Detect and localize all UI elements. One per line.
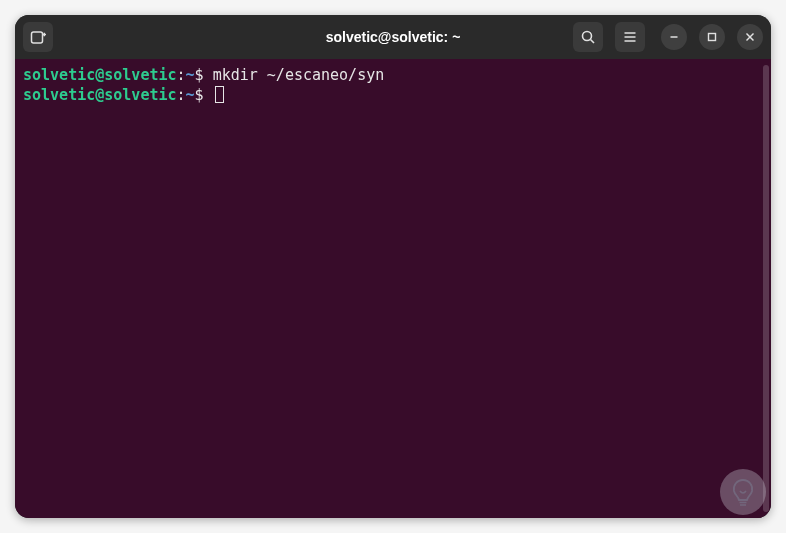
- prompt-user-host: solvetic@solvetic: [23, 66, 177, 84]
- prompt-colon: :: [177, 66, 186, 84]
- search-icon: [580, 29, 596, 45]
- terminal-line: solvetic@solvetic:~$ mkdir ~/escaneo/syn: [23, 65, 763, 85]
- svg-rect-0: [31, 32, 42, 43]
- terminal-line: solvetic@solvetic:~$: [23, 85, 763, 105]
- titlebar: solvetic@solvetic: ~: [15, 15, 771, 59]
- maximize-icon: [706, 31, 718, 43]
- new-tab-button[interactable]: [23, 22, 53, 52]
- prompt-colon: :: [177, 86, 186, 104]
- new-tab-icon: [30, 29, 47, 46]
- close-icon: [744, 31, 756, 43]
- svg-line-4: [591, 40, 595, 44]
- minimize-icon: [668, 31, 680, 43]
- close-button[interactable]: [737, 24, 763, 50]
- terminal-window: solvetic@solvetic: ~: [15, 15, 771, 518]
- terminal-cursor: [215, 86, 224, 103]
- maximize-button[interactable]: [699, 24, 725, 50]
- scrollbar[interactable]: [763, 65, 769, 512]
- command-text: mkdir ~/escaneo/syn: [204, 66, 385, 84]
- prompt-path: ~: [186, 66, 195, 84]
- menu-button[interactable]: [615, 22, 645, 52]
- search-button[interactable]: [573, 22, 603, 52]
- prompt-path: ~: [186, 86, 195, 104]
- prompt-user-host: solvetic@solvetic: [23, 86, 177, 104]
- svg-rect-9: [709, 34, 716, 41]
- terminal-body[interactable]: solvetic@solvetic:~$ mkdir ~/escaneo/syn…: [15, 59, 771, 518]
- svg-point-3: [583, 32, 592, 41]
- hamburger-icon: [622, 29, 638, 45]
- minimize-button[interactable]: [661, 24, 687, 50]
- command-text: [204, 86, 213, 104]
- prompt-dollar: $: [195, 86, 204, 104]
- prompt-dollar: $: [195, 66, 204, 84]
